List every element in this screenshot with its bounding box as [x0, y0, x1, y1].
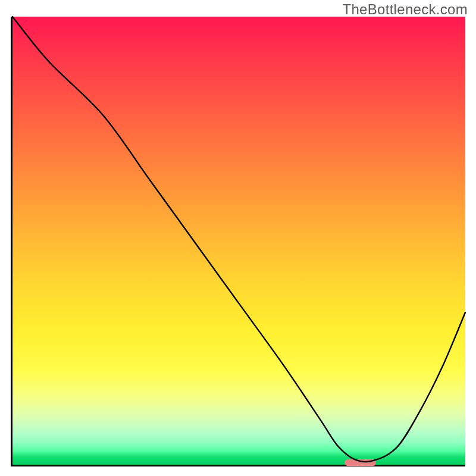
chart-plot-area [11, 17, 465, 466]
chart-curve-svg [12, 17, 465, 465]
watermark-text: TheBottleneck.com [342, 1, 468, 18]
bottleneck-curve [12, 17, 465, 462]
